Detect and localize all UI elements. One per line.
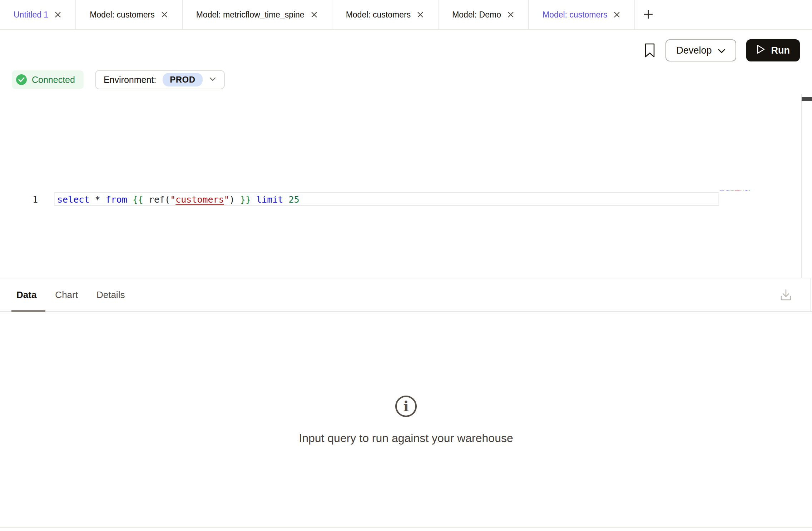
close-icon[interactable] <box>160 11 168 19</box>
run-button[interactable]: Run <box>746 39 800 61</box>
develop-button-label: Develop <box>676 45 712 56</box>
tab-untitled-1[interactable]: Untitled 1 <box>0 0 76 29</box>
connection-bar: Connected Environment: PROD <box>12 70 225 89</box>
play-icon <box>756 44 766 57</box>
page-bottom-border <box>0 527 812 528</box>
sql-editor[interactable]: 1 select * from {{ ref("customers") }} l… <box>0 94 812 278</box>
editor-right-border <box>801 94 802 278</box>
chevron-down-icon <box>718 45 726 56</box>
tab-details-label: Details <box>96 289 125 301</box>
tab-label: Model: customers <box>90 10 155 20</box>
environment-label: Environment: <box>104 75 156 85</box>
chevron-down-icon <box>209 76 216 83</box>
run-button-label: Run <box>771 45 790 56</box>
svg-text:i: i <box>403 398 409 415</box>
tab-label: Model: customers <box>543 10 608 20</box>
info-circle-icon: i <box>394 394 418 420</box>
close-icon[interactable] <box>507 11 515 19</box>
line-number: 1 <box>0 194 38 205</box>
tab-details[interactable]: Details <box>96 278 125 311</box>
close-icon[interactable] <box>613 11 621 19</box>
tab-label: Model: metricflow_time_spine <box>196 10 304 20</box>
editor-tab-bar: Untitled 1 Model: customers Model: metri… <box>0 0 812 30</box>
plus-icon <box>643 9 654 21</box>
tab-model-customers-1[interactable]: Model: customers <box>76 0 183 29</box>
tab-label: Model: Demo <box>452 10 501 20</box>
tab-model-customers-3[interactable]: Model: customers <box>529 0 635 29</box>
results-right-border <box>810 278 811 311</box>
tab-label: Model: customers <box>346 10 411 20</box>
bookmark-icon[interactable] <box>644 43 655 58</box>
toolbar: Develop Run <box>0 31 812 70</box>
connection-status-badge: Connected <box>12 70 84 89</box>
tab-chart-label: Chart <box>55 289 78 301</box>
new-tab-button[interactable] <box>635 0 662 29</box>
tab-chart[interactable]: Chart <box>55 278 78 311</box>
code-line[interactable]: select * from {{ ref("customers") }} lim… <box>57 194 299 205</box>
environment-value-pill: PROD <box>163 73 202 86</box>
tab-data-label: Data <box>16 289 36 301</box>
tab-label: Untitled 1 <box>14 10 48 20</box>
tab-data[interactable]: Data <box>16 278 36 311</box>
editor-minimap[interactable]: select * from {{ ref("customers") }} lim… <box>720 190 753 211</box>
app-window: Untitled 1 Model: customers Model: metri… <box>0 0 812 531</box>
close-icon[interactable] <box>54 11 62 19</box>
minimap-code-line: select * from {{ ref("customers") }} lim… <box>720 190 752 191</box>
environment-selector[interactable]: Environment: PROD <box>95 70 225 89</box>
results-tab-bar: Data Chart Details <box>0 278 812 312</box>
download-icon[interactable] <box>778 288 793 304</box>
close-icon[interactable] <box>310 11 318 19</box>
develop-button[interactable]: Develop <box>665 39 736 61</box>
results-empty-state: i Input query to run against your wareho… <box>0 312 812 527</box>
close-icon[interactable] <box>416 11 424 19</box>
scrollbar-thumb[interactable] <box>802 97 812 101</box>
tab-model-customers-2[interactable]: Model: customers <box>332 0 439 29</box>
tab-model-metricflow-time-spine[interactable]: Model: metricflow_time_spine <box>183 0 332 29</box>
tab-model-demo[interactable]: Model: Demo <box>439 0 529 29</box>
connection-status-label: Connected <box>32 75 75 85</box>
check-circle-icon <box>16 74 27 85</box>
empty-state-message: Input query to run against your warehous… <box>299 432 513 445</box>
